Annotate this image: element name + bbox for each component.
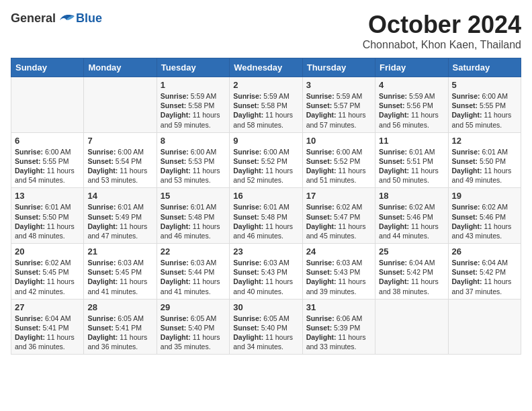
day-number: 22 xyxy=(161,246,226,257)
day-number: 2 xyxy=(233,80,298,90)
cell-info: Sunrise: 5:59 AMSunset: 5:56 PMDaylight:… xyxy=(379,91,444,130)
calendar-cell: 2Sunrise: 5:59 AMSunset: 5:58 PMDaylight… xyxy=(230,77,302,133)
cell-info: Sunrise: 6:03 AMSunset: 5:43 PMDaylight:… xyxy=(233,258,298,296)
calendar-cell: 1Sunrise: 5:59 AMSunset: 5:58 PMDaylight… xyxy=(157,77,229,133)
cell-info: Sunrise: 6:03 AMSunset: 5:45 PMDaylight:… xyxy=(87,258,152,296)
calendar-cell: 9Sunrise: 6:00 AMSunset: 5:52 PMDaylight… xyxy=(230,132,302,188)
day-number: 15 xyxy=(161,191,226,201)
day-number: 5 xyxy=(452,80,517,90)
logo-bird-icon xyxy=(57,11,76,26)
calendar-table: SundayMondayTuesdayWednesdayThursdayFrid… xyxy=(11,58,521,355)
day-number: 13 xyxy=(15,191,80,201)
day-number: 3 xyxy=(306,80,371,90)
day-number: 12 xyxy=(452,136,517,146)
calendar-cell: 25Sunrise: 6:04 AMSunset: 5:42 PMDayligh… xyxy=(375,244,448,300)
day-number: 26 xyxy=(452,246,517,257)
day-number: 7 xyxy=(87,136,152,146)
cell-info: Sunrise: 6:02 AMSunset: 5:45 PMDaylight:… xyxy=(15,258,80,296)
day-number: 27 xyxy=(15,302,80,312)
calendar-cell: 30Sunrise: 6:05 AMSunset: 5:40 PMDayligh… xyxy=(230,299,302,355)
weekday-header-monday: Monday xyxy=(84,58,157,77)
cell-info: Sunrise: 6:03 AMSunset: 5:43 PMDaylight:… xyxy=(306,258,371,296)
cell-info: Sunrise: 5:59 AMSunset: 5:57 PMDaylight:… xyxy=(306,91,371,130)
day-number: 6 xyxy=(15,136,80,146)
calendar-cell: 6Sunrise: 6:00 AMSunset: 5:55 PMDaylight… xyxy=(11,132,84,188)
cell-info: Sunrise: 6:01 AMSunset: 5:50 PMDaylight:… xyxy=(452,147,517,185)
calendar-cell: 20Sunrise: 6:02 AMSunset: 5:45 PMDayligh… xyxy=(11,244,84,300)
cell-info: Sunrise: 6:05 AMSunset: 5:41 PMDaylight:… xyxy=(87,314,152,352)
day-number: 28 xyxy=(87,302,152,312)
cell-info: Sunrise: 6:01 AMSunset: 5:50 PMDaylight:… xyxy=(15,202,80,240)
page-header: General Blue October 2024 Chonnabot, Kho… xyxy=(11,11,521,51)
calendar-cell: 31Sunrise: 6:06 AMSunset: 5:39 PMDayligh… xyxy=(302,299,375,355)
logo-blue-text: Blue xyxy=(76,11,102,26)
calendar-cell: 8Sunrise: 6:00 AMSunset: 5:53 PMDaylight… xyxy=(157,132,229,188)
calendar-cell: 21Sunrise: 6:03 AMSunset: 5:45 PMDayligh… xyxy=(84,244,157,300)
week-row-4: 20Sunrise: 6:02 AMSunset: 5:45 PMDayligh… xyxy=(11,244,521,300)
cell-info: Sunrise: 6:01 AMSunset: 5:49 PMDaylight:… xyxy=(87,202,152,240)
day-number: 18 xyxy=(379,191,444,201)
weekday-header-sunday: Sunday xyxy=(11,58,84,77)
cell-info: Sunrise: 6:04 AMSunset: 5:42 PMDaylight:… xyxy=(452,258,517,296)
weekday-header-thursday: Thursday xyxy=(302,58,375,77)
day-number: 20 xyxy=(15,246,80,257)
cell-info: Sunrise: 6:01 AMSunset: 5:48 PMDaylight:… xyxy=(161,202,226,240)
day-number: 29 xyxy=(161,302,226,312)
calendar-cell xyxy=(84,77,157,133)
calendar-cell: 22Sunrise: 6:03 AMSunset: 5:44 PMDayligh… xyxy=(157,244,229,300)
calendar-cell: 23Sunrise: 6:03 AMSunset: 5:43 PMDayligh… xyxy=(230,244,302,300)
calendar-cell: 4Sunrise: 5:59 AMSunset: 5:56 PMDaylight… xyxy=(375,77,448,133)
cell-info: Sunrise: 6:05 AMSunset: 5:40 PMDaylight:… xyxy=(161,314,226,352)
calendar-cell xyxy=(375,299,448,355)
day-number: 30 xyxy=(233,302,298,312)
calendar-cell: 3Sunrise: 5:59 AMSunset: 5:57 PMDaylight… xyxy=(302,77,375,133)
location: Chonnabot, Khon Kaen, Thailand xyxy=(363,39,521,51)
calendar-cell: 15Sunrise: 6:01 AMSunset: 5:48 PMDayligh… xyxy=(157,188,229,244)
cell-info: Sunrise: 6:00 AMSunset: 5:52 PMDaylight:… xyxy=(306,147,371,185)
calendar-cell: 29Sunrise: 6:05 AMSunset: 5:40 PMDayligh… xyxy=(157,299,229,355)
day-number: 8 xyxy=(161,136,226,146)
day-number: 17 xyxy=(306,191,371,201)
cell-info: Sunrise: 6:01 AMSunset: 5:48 PMDaylight:… xyxy=(233,202,298,240)
day-number: 4 xyxy=(379,80,444,90)
calendar-cell: 7Sunrise: 6:00 AMSunset: 5:54 PMDaylight… xyxy=(84,132,157,188)
calendar-cell: 5Sunrise: 6:00 AMSunset: 5:55 PMDaylight… xyxy=(448,77,521,133)
calendar-cell: 17Sunrise: 6:02 AMSunset: 5:47 PMDayligh… xyxy=(302,188,375,244)
cell-info: Sunrise: 6:02 AMSunset: 5:46 PMDaylight:… xyxy=(452,202,517,240)
cell-info: Sunrise: 6:02 AMSunset: 5:46 PMDaylight:… xyxy=(379,202,444,240)
cell-info: Sunrise: 6:00 AMSunset: 5:54 PMDaylight:… xyxy=(87,147,152,185)
title-area: October 2024 Chonnabot, Khon Kaen, Thail… xyxy=(363,11,521,51)
cell-info: Sunrise: 6:06 AMSunset: 5:39 PMDaylight:… xyxy=(306,314,371,352)
day-number: 25 xyxy=(379,246,444,257)
weekday-header-tuesday: Tuesday xyxy=(157,58,229,77)
cell-info: Sunrise: 6:01 AMSunset: 5:51 PMDaylight:… xyxy=(379,147,444,185)
day-number: 11 xyxy=(379,136,444,146)
calendar-cell: 12Sunrise: 6:01 AMSunset: 5:50 PMDayligh… xyxy=(448,132,521,188)
month-title: October 2024 xyxy=(363,11,521,39)
weekday-header-saturday: Saturday xyxy=(448,58,521,77)
day-number: 19 xyxy=(452,191,517,201)
week-row-3: 13Sunrise: 6:01 AMSunset: 5:50 PMDayligh… xyxy=(11,188,521,244)
logo: General Blue xyxy=(11,11,102,26)
cell-info: Sunrise: 6:04 AMSunset: 5:42 PMDaylight:… xyxy=(379,258,444,296)
day-number: 24 xyxy=(306,246,371,257)
cell-info: Sunrise: 6:04 AMSunset: 5:41 PMDaylight:… xyxy=(15,314,80,352)
day-number: 10 xyxy=(306,136,371,146)
logo-general-text: General xyxy=(11,11,56,26)
calendar-cell xyxy=(11,77,84,133)
weekday-header-row: SundayMondayTuesdayWednesdayThursdayFrid… xyxy=(11,58,521,77)
day-number: 14 xyxy=(87,191,152,201)
calendar-cell: 19Sunrise: 6:02 AMSunset: 5:46 PMDayligh… xyxy=(448,188,521,244)
cell-info: Sunrise: 5:59 AMSunset: 5:58 PMDaylight:… xyxy=(233,91,298,130)
cell-info: Sunrise: 6:00 AMSunset: 5:55 PMDaylight:… xyxy=(15,147,80,185)
week-row-5: 27Sunrise: 6:04 AMSunset: 5:41 PMDayligh… xyxy=(11,299,521,355)
cell-info: Sunrise: 6:00 AMSunset: 5:52 PMDaylight:… xyxy=(233,147,298,185)
calendar-cell: 18Sunrise: 6:02 AMSunset: 5:46 PMDayligh… xyxy=(375,188,448,244)
calendar-cell: 11Sunrise: 6:01 AMSunset: 5:51 PMDayligh… xyxy=(375,132,448,188)
weekday-header-wednesday: Wednesday xyxy=(230,58,302,77)
weekday-header-friday: Friday xyxy=(375,58,448,77)
cell-info: Sunrise: 6:03 AMSunset: 5:44 PMDaylight:… xyxy=(161,258,226,296)
calendar-cell xyxy=(448,299,521,355)
calendar-cell: 14Sunrise: 6:01 AMSunset: 5:49 PMDayligh… xyxy=(84,188,157,244)
calendar-cell: 16Sunrise: 6:01 AMSunset: 5:48 PMDayligh… xyxy=(230,188,302,244)
